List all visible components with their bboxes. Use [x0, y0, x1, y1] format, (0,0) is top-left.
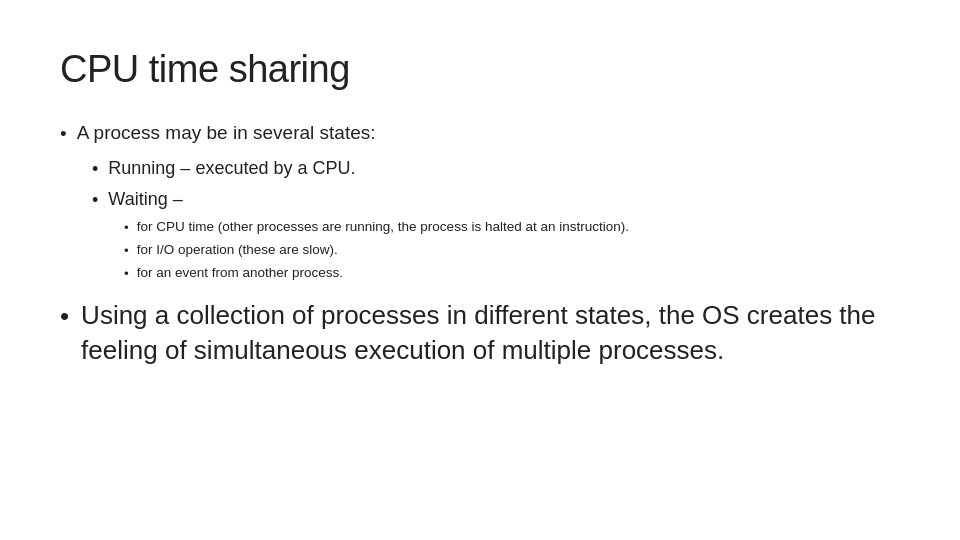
bullet-1-2: • Waiting – [92, 186, 900, 214]
bullet-1-2-1-text: for CPU time (other processes are runnin… [137, 217, 629, 237]
bullet-1-2-dot: • [92, 187, 98, 214]
bullet-2: • Using a collection of processes in dif… [60, 298, 900, 368]
bullet-2-line1: Using a collection of processes in diffe… [81, 300, 875, 330]
bullet-1: • A process may be in several states: [60, 119, 900, 149]
bullet-1-2-text: Waiting – [108, 186, 182, 213]
bullet-2-dot: • [60, 299, 69, 334]
content-area: • A process may be in several states: • … [60, 119, 900, 368]
bullet-2-line2: feeling of simultaneous execution of mul… [81, 335, 724, 365]
bullet-1-2-2-text: for I/O operation (these are slow). [137, 240, 338, 260]
bullet-1-2-1-dot: • [124, 218, 129, 238]
bullet-1-1-dot: • [92, 156, 98, 183]
bullet-1-2-1: • for CPU time (other processes are runn… [124, 217, 900, 238]
bullet-1-text: A process may be in several states: [77, 119, 376, 148]
bullet-1-2-2: • for I/O operation (these are slow). [124, 240, 900, 261]
bullet-1-2-3-text: for an event from another process. [137, 263, 343, 283]
slide: CPU time sharing • A process may be in s… [0, 0, 960, 540]
bullet-1-1: • Running – executed by a CPU. [92, 155, 900, 183]
bullet-1-1-text: Running – executed by a CPU. [108, 155, 355, 182]
bullet-1-2-2-dot: • [124, 241, 129, 261]
bullet-1-2-3: • for an event from another process. [124, 263, 900, 284]
sub-items-1: • Running – executed by a CPU. • Waiting… [60, 155, 900, 285]
bullet-1-2-3-dot: • [124, 264, 129, 284]
bullet-1-dot: • [60, 120, 67, 149]
slide-title: CPU time sharing [60, 48, 900, 91]
bullet-2-text: Using a collection of processes in diffe… [81, 298, 875, 368]
